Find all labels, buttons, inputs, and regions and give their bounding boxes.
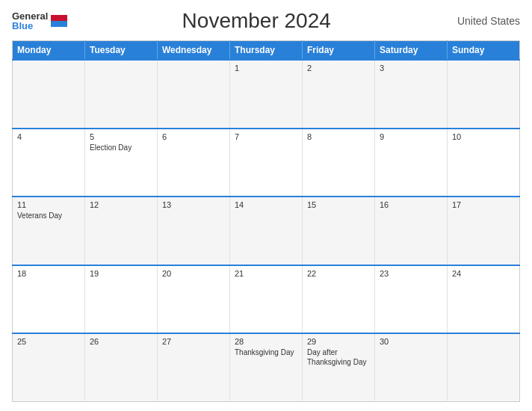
calendar-cell xyxy=(85,60,158,129)
calendar-cell: 15 xyxy=(303,197,375,265)
calendar-cell: 25 xyxy=(13,333,85,402)
day-number: 13 xyxy=(162,200,225,209)
calendar-cell: 19 xyxy=(85,265,158,334)
weekday-header-monday: Monday xyxy=(13,41,85,61)
calendar-cell: 1 xyxy=(230,60,303,129)
calendar-page: General Blue November 2024 United States… xyxy=(0,0,532,411)
calendar-cell: 26 xyxy=(85,333,158,402)
calendar-cell xyxy=(448,60,520,129)
calendar-cell: 18 xyxy=(13,265,85,334)
day-number: 18 xyxy=(17,269,80,278)
day-number: 20 xyxy=(162,269,225,278)
event-label: Day after Thanksgiving Day xyxy=(307,348,366,366)
calendar-cell: 12 xyxy=(85,197,158,265)
day-number: 8 xyxy=(307,132,370,141)
country-label: United States xyxy=(445,15,520,27)
day-number: 23 xyxy=(380,269,442,278)
day-number: 9 xyxy=(380,132,442,141)
day-number: 30 xyxy=(380,337,442,346)
day-number: 10 xyxy=(452,132,515,141)
calendar-cell: 29Day after Thanksgiving Day xyxy=(303,333,375,402)
day-number: 12 xyxy=(90,200,152,209)
day-number: 26 xyxy=(90,337,152,346)
day-number: 24 xyxy=(452,269,515,278)
logo: General Blue xyxy=(12,11,67,31)
calendar-cell: 21 xyxy=(230,265,303,334)
calendar-cell: 8 xyxy=(303,129,375,197)
calendar-cell xyxy=(158,60,230,129)
calendar-cell: 9 xyxy=(375,129,448,197)
weekday-header-sunday: Sunday xyxy=(448,41,520,61)
day-number: 4 xyxy=(17,132,80,141)
header: General Blue November 2024 United States xyxy=(12,9,520,33)
event-label: Thanksgiving Day xyxy=(235,348,294,356)
weekday-header-saturday: Saturday xyxy=(375,41,448,61)
day-number: 11 xyxy=(17,200,80,209)
day-number: 7 xyxy=(235,132,297,141)
calendar-week-row: 18192021222324 xyxy=(13,265,520,334)
day-number: 17 xyxy=(452,200,515,209)
calendar-cell: 13 xyxy=(158,197,230,265)
day-number: 3 xyxy=(380,64,442,72)
day-number: 29 xyxy=(307,337,370,346)
calendar-week-row: 11Veterans Day121314151617 xyxy=(13,197,520,265)
calendar-cell xyxy=(13,60,85,129)
calendar-cell: 7 xyxy=(230,129,303,197)
calendar-cell: 24 xyxy=(448,265,520,334)
event-label: Veterans Day xyxy=(17,211,62,220)
calendar-week-row: 25262728Thanksgiving Day29Day after Than… xyxy=(13,333,520,402)
calendar-cell: 30 xyxy=(375,333,448,402)
calendar-cell: 4 xyxy=(13,129,85,197)
day-number: 25 xyxy=(17,337,80,346)
weekday-header-tuesday: Tuesday xyxy=(85,41,158,61)
calendar-cell: 22 xyxy=(303,265,375,334)
calendar-cell: 10 xyxy=(448,129,520,197)
calendar-cell xyxy=(448,333,520,402)
day-number: 19 xyxy=(90,269,152,278)
day-number: 27 xyxy=(162,337,225,346)
calendar-week-row: 123 xyxy=(13,60,520,129)
day-number: 21 xyxy=(235,269,297,278)
calendar-cell: 14 xyxy=(230,197,303,265)
day-number: 2 xyxy=(307,64,370,72)
weekday-header-thursday: Thursday xyxy=(230,41,303,61)
calendar-cell: 23 xyxy=(375,265,448,334)
weekday-header-row: MondayTuesdayWednesdayThursdayFridaySatu… xyxy=(13,41,520,61)
page-title: November 2024 xyxy=(67,9,445,33)
calendar-cell: 27 xyxy=(158,333,230,402)
day-number: 22 xyxy=(307,269,370,278)
weekday-header-wednesday: Wednesday xyxy=(158,41,230,61)
calendar-cell: 17 xyxy=(448,197,520,265)
calendar-cell: 11Veterans Day xyxy=(13,197,85,265)
logo-flag-icon xyxy=(51,15,67,27)
calendar-cell: 2 xyxy=(303,60,375,129)
calendar-cell: 20 xyxy=(158,265,230,334)
day-number: 1 xyxy=(235,64,297,72)
calendar-table: MondayTuesdayWednesdayThursdayFridaySatu… xyxy=(12,40,520,402)
day-number: 5 xyxy=(90,132,152,141)
calendar-week-row: 45Election Day678910 xyxy=(13,129,520,197)
day-number: 15 xyxy=(307,200,370,209)
day-number: 28 xyxy=(235,337,297,346)
calendar-cell: 6 xyxy=(158,129,230,197)
calendar-cell: 16 xyxy=(375,197,448,265)
day-number: 14 xyxy=(235,200,297,209)
calendar-cell: 3 xyxy=(375,60,448,129)
calendar-cell: 5Election Day xyxy=(85,129,158,197)
calendar-cell: 28Thanksgiving Day xyxy=(230,333,303,402)
day-number: 16 xyxy=(380,200,442,209)
logo-blue-text: Blue xyxy=(12,21,48,31)
weekday-header-friday: Friday xyxy=(303,41,375,61)
event-label: Election Day xyxy=(90,143,132,152)
day-number: 6 xyxy=(162,132,225,141)
